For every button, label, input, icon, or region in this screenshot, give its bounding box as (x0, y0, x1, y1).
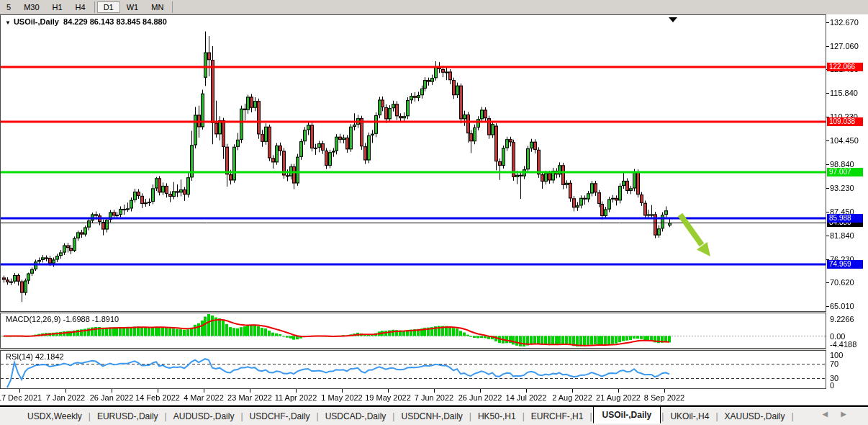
date-tick-label: 7 Jan 2022 (46, 393, 85, 402)
hline-price-badge: 97.007 (827, 168, 863, 176)
chart-tab-eurchf-h1[interactable]: EURCHF-,H1 (525, 409, 589, 424)
hline-price-badge: 74.969 (827, 260, 863, 269)
tab-separator: | (240, 411, 243, 421)
chart-tab-ukoil-h4[interactable]: UKOil-,H4 (664, 409, 715, 424)
tab-separator: | (392, 411, 394, 421)
price-tick-label: 127.060 (830, 42, 859, 50)
date-tick-label: 11 Apr 2022 (275, 393, 317, 402)
macd-label: MACD(12,26,9) -1.6988 -1.8910 (6, 315, 119, 323)
tab-separator: | (89, 411, 91, 421)
chart-tab-usdcad-daily[interactable]: USDCAD-,Daily (320, 409, 392, 424)
price-tick-label: 65.010 (830, 302, 854, 310)
tab-separator: | (165, 411, 167, 421)
tab-separator: | (589, 411, 592, 421)
chart-tab-usoil-daily[interactable]: USOil-,Daily (593, 406, 661, 424)
symbol-collapse-icon[interactable]: ▼ (5, 19, 11, 26)
price-tick-label: 81.840 (830, 231, 854, 240)
date-tick-label: 7 Jun 2022 (415, 393, 453, 402)
chart-tab-usdchf-daily[interactable]: USDCHF-,Daily (244, 409, 316, 424)
chart-tab-usdcnh-daily[interactable]: USDCNH-,Daily (395, 409, 468, 424)
date-tick-label: 2 Aug 2022 (552, 393, 592, 402)
chart-tab-bar: USDX,Weekly|EURUSD-,Daily|AUDUSD-,Daily|… (0, 406, 868, 425)
chart-tab-eurusd-daily[interactable]: EURUSD-,Daily (91, 409, 164, 424)
price-tick-label: 115.840 (830, 89, 858, 97)
down-arrow-annotation (673, 210, 718, 262)
chart-tab-hk50-h1[interactable]: HK50-,H1 (472, 409, 522, 424)
tab-scroll-arrows: ◀▶ (823, 410, 859, 418)
hline-price-badge: 85.988 (827, 214, 863, 223)
macd-scale-label: -4.4188 (830, 340, 856, 349)
tab-separator: | (317, 411, 319, 421)
price-tick-label: 93.230 (830, 184, 854, 192)
tab-separator: | (715, 411, 718, 421)
rsi-scale-label: 70 (830, 359, 838, 368)
tab-separator: | (661, 411, 664, 421)
date-tick-label: 14 Feb 2022 (135, 393, 180, 402)
chart-canvas[interactable] (0, 0, 868, 406)
date-tick-label: 1 May 2022 (321, 393, 362, 402)
chart-tab-xauusd-daily[interactable]: XAUUSD-,Daily (719, 409, 791, 424)
chart-tab-audusd-daily[interactable]: AUDUSD-,Daily (168, 409, 240, 424)
tab-separator: | (792, 411, 794, 421)
rsi-label: RSI(14) 42.1842 (6, 352, 64, 361)
chart-ohlc-values: 84.229 86.143 83.845 84.880 (63, 17, 167, 26)
rsi-scale-label: 0 (830, 381, 834, 390)
tab-scroll-right-icon[interactable]: ▶ (841, 410, 859, 418)
date-tick-label: 14 Jul 2022 (506, 393, 547, 402)
price-tick-label: 70.620 (830, 278, 854, 287)
date-tick-label: 8 Sep 2022 (644, 393, 684, 402)
macd-scale-label: 9.2266 (830, 315, 854, 323)
price-tick-label: 104.450 (830, 136, 859, 145)
date-tick-label: 26 Jun 2022 (458, 393, 502, 402)
date-tick-label: 21 Aug 2022 (596, 393, 641, 402)
date-tick-label: 17 Dec 2021 (0, 393, 42, 402)
date-tick-label: 19 May 2022 (365, 393, 411, 402)
hline-price-badge: 122.066 (827, 63, 863, 71)
chart-tab-usdx-weekly[interactable]: USDX,Weekly (22, 409, 88, 424)
chart-title: ▼USOil-,Daily 84.229 86.143 83.845 84.88… (5, 17, 167, 26)
date-tick-label: 4 Mar 2022 (184, 393, 224, 402)
chart-shift-marker-icon[interactable] (669, 17, 677, 22)
date-tick-label: 23 Mar 2022 (227, 393, 272, 402)
date-tick-label: 26 Jan 2022 (90, 393, 134, 402)
tab-separator: | (523, 411, 525, 421)
tab-separator: | (469, 411, 471, 421)
chart-symbol-label: USOil-,Daily (14, 17, 59, 26)
rsi-scale-label: 100 (830, 351, 843, 359)
hline-price-badge: 109.038 (827, 117, 863, 126)
price-tick-label: 132.670 (830, 18, 859, 27)
tab-scroll-left-icon[interactable]: ◀ (823, 410, 841, 418)
mt4-chart-window: 5M30H1H4D1W1MN ▼USOil-,Daily 84.229 86.1… (0, 0, 868, 425)
